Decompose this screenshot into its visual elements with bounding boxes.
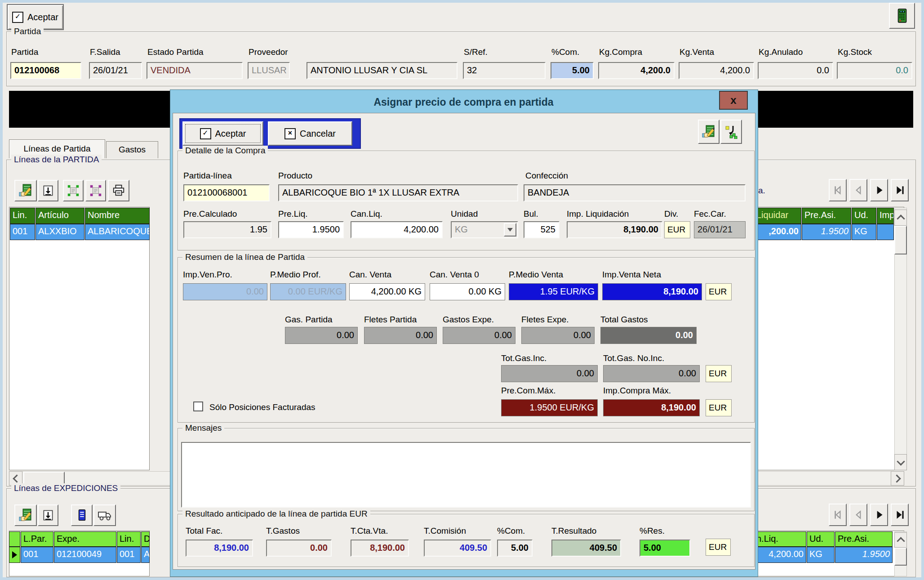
nav-prev-button[interactable] [849, 179, 867, 201]
row-cell-articulo[interactable]: ALXXBIO [36, 224, 84, 240]
fec-car-label: Fec.Car. [694, 209, 726, 219]
dialog-cancel-button[interactable]: × Cancelar [268, 121, 352, 146]
nav-last-icon [894, 509, 906, 521]
dialog-accept-button[interactable]: ✓ Aceptar [182, 121, 263, 146]
sref-field[interactable]: 32 [463, 62, 546, 79]
can-liq-field[interactable]: 4,200.00 [351, 221, 443, 238]
download-icon [42, 184, 54, 197]
scroll-right-button[interactable] [891, 471, 904, 486]
nav-next-icon [873, 509, 885, 521]
scroll-down-button[interactable] [894, 454, 907, 470]
checkbox-check-icon: ✓ [200, 128, 211, 139]
truck-button[interactable] [93, 504, 116, 526]
col-header-expe[interactable]: Expe. [54, 531, 116, 547]
scroll-up-button[interactable] [894, 210, 907, 226]
bul-field[interactable]: 525 [524, 221, 560, 238]
col-header-nombre[interactable]: Nombre [85, 208, 150, 224]
row-cell-ud-exp[interactable]: KG [807, 547, 835, 563]
nav-first-button[interactable] [829, 179, 847, 201]
kgcompra-field[interactable]: 4,200.0 [598, 62, 675, 79]
t-comision-label: T.Comisión [424, 526, 466, 536]
row-cell-l-par[interactable]: 001 [21, 547, 53, 563]
col-header-ud-exp[interactable]: Ud. [807, 531, 835, 547]
row-cell-lin-exp[interactable]: 001 [117, 547, 141, 563]
vertical-scroll-thumb-exp[interactable] [894, 548, 907, 566]
nav-next-button-exp[interactable] [870, 504, 888, 526]
edit-lines-button[interactable] [14, 180, 37, 201]
nav-prev-button-exp[interactable] [849, 504, 867, 526]
row-cell-expe[interactable]: 012100049 [54, 547, 116, 563]
scroll-up-button-exp[interactable] [894, 532, 907, 548]
div-currency-label: EUR [664, 221, 690, 238]
nav-last-button[interactable] [891, 179, 909, 201]
partida-number-field[interactable]: 012100068 [10, 62, 81, 79]
kganulado-field[interactable]: 0.0 [758, 62, 833, 79]
col-header-pre-asi-exp[interactable]: Pre.Asi. [835, 531, 893, 547]
total-fac-field: 8,190.00 [186, 540, 253, 557]
row-cell-pre-asi[interactable]: 1.9500 [802, 224, 851, 240]
imp-liquidacion-field[interactable]: 8,190.00 [567, 221, 662, 238]
vertical-scroll-thumb[interactable] [894, 226, 907, 254]
tab-gastos[interactable]: Gastos [106, 141, 158, 158]
solo-posiciones-checkbox[interactable] [193, 402, 203, 411]
row-cell-pre-asi-exp[interactable]: 1.9500 [835, 547, 893, 563]
row-cell-nombre[interactable]: ALBARICOQUE B [85, 224, 150, 240]
nav-next-button[interactable] [870, 179, 888, 201]
fsalida-label: F.Salida [90, 47, 120, 57]
pctcom-field[interactable]: 5.00 [551, 62, 594, 79]
col-header-im[interactable]: Imp. [877, 208, 894, 224]
calculator-button[interactable] [889, 3, 915, 29]
download-lines-button[interactable] [38, 180, 58, 201]
pre-liq-field[interactable]: 1.9500 [278, 221, 344, 238]
pct-com-result-field: 5.00 [497, 540, 533, 557]
dialog-titlebar[interactable]: Asignar precio de compra en partida [173, 92, 755, 112]
col-header-pre-asi[interactable]: Pre.Asi. [802, 208, 851, 224]
edit-document-icon [18, 508, 33, 522]
edit-expediciones-button[interactable] [14, 504, 37, 526]
dropdown-button[interactable] [504, 223, 516, 236]
row-cell-ud[interactable]: KG [852, 224, 876, 240]
kgstock-field[interactable]: 0.0 [837, 62, 912, 79]
row-cell-lin[interactable]: 001 [10, 224, 35, 240]
col-header-lin-exp[interactable]: Lin. [117, 531, 141, 547]
producto-field[interactable]: ALBARICOQUE BIO 1ª 1X LLUSAR EXTRA [278, 184, 518, 201]
col-header-lin[interactable]: Lin. [10, 208, 35, 224]
nav-first-button-exp[interactable] [829, 504, 847, 526]
col-header-desc[interactable]: Desc [141, 531, 150, 547]
proveedor-code-field[interactable]: LLUSAR [248, 62, 290, 79]
document-blue-button[interactable] [71, 504, 93, 526]
mensajes-textarea[interactable] [181, 442, 751, 508]
confeccion-field[interactable]: BANDEJA [524, 184, 746, 201]
producto-label: Producto [278, 171, 312, 181]
fsalida-field[interactable]: 26/01/21 [89, 62, 142, 79]
col-header-articulo[interactable]: Artículo [36, 208, 84, 224]
dialog-edit-button[interactable] [698, 120, 720, 144]
t-gastos-label: T.Gastos [266, 526, 300, 536]
select-zone-purple-button[interactable] [85, 180, 106, 201]
col-header-l-par[interactable]: L.Par. [21, 531, 53, 547]
partida-lines-list [9, 207, 150, 470]
pre-calculado-field[interactable]: 1.95 [183, 221, 271, 238]
row-cell-im[interactable] [877, 224, 894, 240]
print-button[interactable] [108, 180, 129, 201]
estado-label: Estado Partida [147, 47, 204, 57]
col-header-liquidar[interactable]: Liquidar [754, 208, 801, 224]
dialog-import-button[interactable] [720, 120, 742, 144]
dialog-close-button[interactable]: x [719, 91, 748, 110]
col-header-ud[interactable]: Ud. [852, 208, 876, 224]
dropdown-arrow-icon [507, 228, 513, 232]
proveedor-name-field[interactable]: ANTONIO LLUSAR Y CIA SL [307, 62, 458, 79]
gastos-expe-field: 0.00 [443, 327, 515, 344]
partida-linea-field[interactable]: 012100068001 [183, 184, 270, 201]
row-cell-desc[interactable]: ALBA [141, 547, 150, 563]
col-header-n-liq[interactable]: n.Liq. [754, 531, 806, 547]
download-expediciones-button[interactable] [38, 504, 58, 526]
row-cell-liquidar[interactable]: ,200.00 [754, 224, 801, 240]
select-zone-green-button[interactable] [63, 180, 84, 201]
row-cell-n-liq[interactable]: 4,200.00 [754, 547, 806, 563]
unidad-dropdown[interactable]: KG [451, 221, 518, 238]
nav-last-button-exp[interactable] [891, 504, 909, 526]
estado-field[interactable]: VENDIDA [147, 62, 243, 79]
expediciones-group-label: Líneas de EXPEDICIONES [11, 483, 120, 493]
kgventa-field[interactable]: 4,200.0 [679, 62, 754, 79]
